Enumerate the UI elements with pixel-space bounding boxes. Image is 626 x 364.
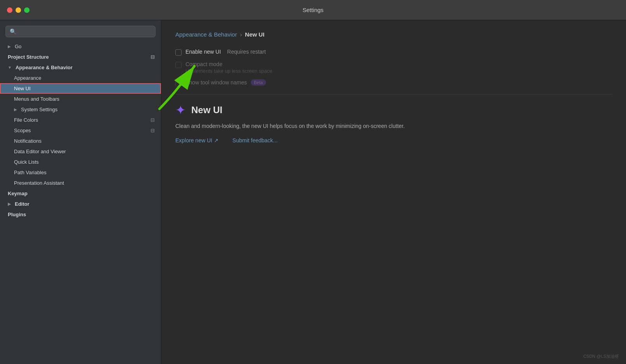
minimize-button[interactable] bbox=[16, 7, 21, 13]
option-compact-mode: Compact mode UI elements take up less sc… bbox=[175, 61, 612, 74]
breadcrumb-parent[interactable]: Appearance & Behavior bbox=[175, 31, 237, 38]
show-tool-window-names-label: Show tool window names bbox=[185, 79, 247, 86]
sparkle-icon: ✦ bbox=[175, 104, 186, 116]
titlebar: Settings bbox=[0, 0, 626, 20]
sidebar-item-notifications-label: Notifications bbox=[14, 138, 42, 144]
close-button[interactable] bbox=[7, 7, 12, 13]
show-tool-window-names-checkbox[interactable] bbox=[175, 80, 182, 86]
sidebar-item-new-ui[interactable]: New UI bbox=[0, 83, 161, 94]
promo-section: ✦ New UI Clean and modern-looking, the n… bbox=[175, 104, 612, 144]
chevron-right-icon-3: ▶ bbox=[8, 202, 11, 206]
sidebar-item-new-ui-label: New UI bbox=[14, 86, 31, 91]
sidebar-item-plugins[interactable]: Plugins bbox=[0, 209, 161, 220]
sidebar-item-menus-toolbars-label: Menus and Toolbars bbox=[14, 96, 59, 102]
sidebar-item-path-variables[interactable]: Path Variables bbox=[0, 167, 161, 178]
sidebar-item-go[interactable]: ▶ Go bbox=[0, 41, 161, 52]
search-input[interactable] bbox=[19, 29, 151, 35]
promo-description: Clean and modern-looking, the new UI hel… bbox=[175, 122, 494, 130]
chevron-right-icon: ▶ bbox=[8, 44, 11, 49]
sidebar-item-editor-label: Editor bbox=[15, 201, 30, 207]
sidebar-item-data-editor-label: Data Editor and Viewer bbox=[14, 149, 66, 154]
requires-restart-label: Requires restart bbox=[227, 49, 266, 55]
scopes-icon: ⊟ bbox=[150, 128, 155, 133]
sidebar-item-scopes-label: Scopes bbox=[14, 128, 31, 133]
sidebar-item-quick-lists-label: Quick Lists bbox=[14, 159, 39, 165]
watermark: CSDN @LS加油呀 bbox=[583, 354, 619, 359]
sidebar-item-keymap-label: Keymap bbox=[8, 191, 28, 196]
option-show-tool-window-names: Show tool window names Beta bbox=[175, 79, 612, 86]
sidebar-item-presentation-assistant[interactable]: Presentation Assistant bbox=[0, 178, 161, 188]
maximize-button[interactable] bbox=[24, 7, 30, 13]
sidebar-item-file-colors-label: File Colors bbox=[14, 117, 38, 123]
sidebar-item-appearance-behavior-label: Appearance & Behavior bbox=[16, 65, 73, 70]
sidebar-item-quick-lists[interactable]: Quick Lists bbox=[0, 157, 161, 167]
sidebar-item-project-structure-label: Project Structure bbox=[8, 54, 49, 60]
promo-links: Explore new UI ↗ Submit feedback... bbox=[175, 137, 612, 144]
sidebar-item-appearance[interactable]: Appearance bbox=[0, 73, 161, 83]
enable-new-ui-label: Enable new UI bbox=[185, 49, 221, 55]
promo-header: ✦ New UI bbox=[175, 104, 612, 116]
search-box[interactable]: 🔍 bbox=[5, 26, 156, 37]
sidebar-item-path-variables-label: Path Variables bbox=[14, 170, 47, 175]
option-enable-new-ui: Enable new UI Requires restart bbox=[175, 49, 612, 56]
breadcrumb-separator: › bbox=[240, 32, 242, 38]
sidebar-item-project-structure[interactable]: Project Structure ⊟ bbox=[0, 52, 161, 62]
traffic-lights bbox=[7, 7, 30, 13]
sidebar-item-appearance-behavior[interactable]: ▼ Appearance & Behavior bbox=[0, 62, 161, 73]
chevron-down-icon: ▼ bbox=[8, 65, 12, 70]
beta-badge: Beta bbox=[251, 79, 266, 86]
chevron-right-icon-2: ▶ bbox=[14, 107, 17, 112]
sidebar-item-editor[interactable]: ▶ Editor bbox=[0, 199, 161, 209]
content-area: Appearance & Behavior › New UI Enable ne… bbox=[161, 20, 626, 364]
sidebar-item-appearance-label: Appearance bbox=[14, 75, 41, 81]
section-divider bbox=[175, 94, 612, 94]
project-structure-icon: ⊟ bbox=[150, 54, 155, 60]
submit-feedback-link[interactable]: Submit feedback... bbox=[233, 137, 278, 144]
sidebar-item-go-label: Go bbox=[15, 44, 21, 49]
breadcrumb-current: New UI bbox=[245, 31, 264, 38]
main-layout: 🔍 ▶ Go Project Structure ⊟ ▼ Appearance … bbox=[0, 20, 626, 364]
window-title: Settings bbox=[303, 7, 323, 13]
compact-mode-label: Compact mode bbox=[185, 61, 272, 67]
enable-new-ui-checkbox[interactable] bbox=[175, 49, 182, 56]
sidebar-item-keymap[interactable]: Keymap bbox=[0, 188, 161, 199]
sidebar-item-scopes[interactable]: Scopes ⊟ bbox=[0, 125, 161, 136]
sidebar-item-data-editor[interactable]: Data Editor and Viewer bbox=[0, 146, 161, 157]
search-icon: 🔍 bbox=[10, 28, 16, 35]
sidebar-item-menus-toolbars[interactable]: Menus and Toolbars bbox=[0, 94, 161, 104]
sidebar-item-file-colors[interactable]: File Colors ⊟ bbox=[0, 115, 161, 125]
compact-mode-sublabel: UI elements take up less screen space bbox=[185, 68, 272, 74]
sidebar-item-notifications[interactable]: Notifications bbox=[0, 136, 161, 146]
explore-new-ui-link[interactable]: Explore new UI ↗ bbox=[175, 137, 219, 144]
sidebar: 🔍 ▶ Go Project Structure ⊟ ▼ Appearance … bbox=[0, 20, 161, 364]
sidebar-item-system-settings[interactable]: ▶ System Settings bbox=[0, 104, 161, 115]
file-colors-icon: ⊟ bbox=[150, 117, 155, 123]
sidebar-item-presentation-assistant-label: Presentation Assistant bbox=[14, 180, 64, 186]
promo-title: New UI bbox=[191, 105, 222, 116]
breadcrumb: Appearance & Behavior › New UI bbox=[175, 31, 612, 38]
compact-mode-checkbox[interactable] bbox=[175, 62, 182, 68]
sidebar-item-plugins-label: Plugins bbox=[8, 212, 26, 217]
sidebar-item-system-settings-label: System Settings bbox=[21, 107, 58, 112]
